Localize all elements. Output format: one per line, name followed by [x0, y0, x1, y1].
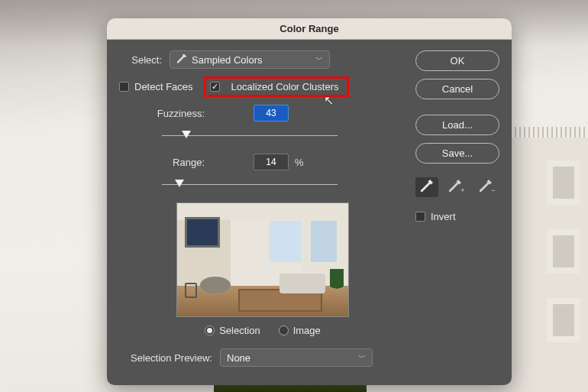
selection-preview-label: Selection Preview:	[119, 352, 212, 364]
selection-preview-dropdown[interactable]: None ﹀	[220, 348, 373, 367]
dialog-titlebar[interactable]: Color Range	[107, 18, 512, 40]
eyedropper-subtract-tool[interactable]: −	[477, 177, 499, 197]
eyedropper-add-tool[interactable]: +	[446, 177, 469, 197]
invert-label: Invert	[431, 211, 456, 222]
detect-faces-checkbox[interactable]	[119, 82, 129, 92]
invert-checkbox[interactable]	[415, 212, 425, 222]
cancel-button[interactable]: Cancel	[415, 79, 499, 99]
select-label: Select:	[119, 54, 162, 66]
preview-thumbnail	[176, 202, 349, 317]
range-input[interactable]	[254, 154, 289, 170]
eyedropper-icon	[176, 54, 187, 65]
radio-image-label: Image	[293, 325, 321, 336]
fuzziness-thumb[interactable]	[182, 131, 191, 138]
load-button[interactable]: Load...	[415, 115, 499, 135]
preview-mode-selection[interactable]: Selection	[205, 325, 260, 336]
localized-checkbox[interactable]	[210, 82, 220, 92]
localized-label: Localized Color Clusters	[231, 81, 339, 92]
fuzziness-label: Fuzziness:	[150, 108, 205, 119]
detect-faces-label: Detect Faces	[134, 81, 193, 92]
range-unit: %	[295, 157, 304, 168]
select-dropdown[interactable]: Sampled Colors ﹀	[170, 50, 330, 69]
radio-selection[interactable]	[205, 326, 215, 335]
ok-button[interactable]: OK	[415, 50, 499, 71]
eyedropper-tool[interactable]	[415, 177, 438, 197]
select-value: Sampled Colors	[192, 54, 263, 66]
localized-highlight: Localized Color Clusters	[204, 76, 349, 97]
background-photo: Color Range Select: Sampled Colors ﹀	[0, 0, 588, 392]
preview-mode-image[interactable]: Image	[279, 325, 321, 336]
range-slider[interactable]	[162, 178, 338, 192]
color-range-dialog: Color Range Select: Sampled Colors ﹀	[107, 18, 512, 385]
range-label: Range:	[150, 157, 205, 168]
dialog-title: Color Range	[279, 23, 338, 34]
chevron-down-icon: ﹀	[358, 352, 366, 363]
chevron-down-icon: ﹀	[315, 54, 323, 65]
range-thumb[interactable]	[175, 180, 184, 187]
fuzziness-slider[interactable]	[162, 129, 338, 143]
radio-selection-label: Selection	[219, 325, 260, 336]
selection-preview-value: None	[227, 352, 250, 364]
radio-image[interactable]	[279, 326, 289, 335]
save-button[interactable]: Save...	[415, 143, 499, 164]
fuzziness-input[interactable]	[254, 105, 289, 121]
